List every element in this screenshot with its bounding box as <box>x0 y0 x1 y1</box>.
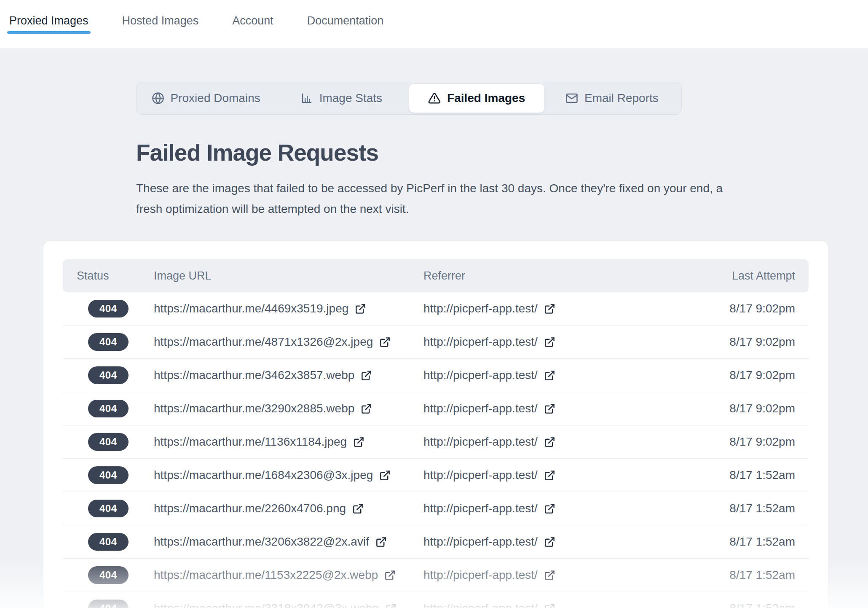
globe-icon <box>152 92 164 105</box>
referrer-url: http://picperf-app.test/ <box>423 468 538 482</box>
last-attempt: 8/17 9:02pm <box>678 402 809 415</box>
external-link-icon[interactable] <box>544 370 555 381</box>
tab-failed-images[interactable]: Failed Images <box>409 84 544 113</box>
nav-item-documentation[interactable]: Documentation <box>307 14 384 27</box>
image-url: https://macarthur.me/3290x2885.webp <box>154 402 354 415</box>
tab-label: Failed Images <box>447 91 525 105</box>
external-link-icon[interactable] <box>361 403 372 414</box>
nav-item-hosted-images[interactable]: Hosted Images <box>122 14 199 27</box>
tab-label: Image Stats <box>319 91 382 105</box>
status-badge: 404 <box>88 400 129 417</box>
referrer-url: http://picperf-app.test/ <box>423 402 538 415</box>
table-body: 404 https://macarthur.me/4469x3519.jpeg … <box>63 292 809 608</box>
status-badge: 404 <box>88 366 129 384</box>
last-attempt: 8/17 1:52am <box>678 568 809 582</box>
referrer-url: http://picperf-app.test/ <box>423 602 538 608</box>
failed-images-card: Status Image URL Referrer Last Attempt 4… <box>43 240 828 608</box>
external-link-icon[interactable] <box>544 603 555 608</box>
external-link-icon[interactable] <box>544 303 555 315</box>
external-link-icon[interactable] <box>353 436 364 448</box>
image-url: https://macarthur.me/4871x1326@2x.jpeg <box>154 335 373 349</box>
nav-item-account[interactable]: Account <box>232 14 273 27</box>
referrer-url: http://picperf-app.test/ <box>423 369 538 382</box>
image-url: https://macarthur.me/3318x3942@3x.webp <box>154 602 379 608</box>
image-url: https://macarthur.me/3462x3857.webp <box>154 369 354 382</box>
table-row: 404 https://macarthur.me/4871x1326@2x.jp… <box>63 326 809 359</box>
status-badge: 404 <box>88 300 129 317</box>
referrer-url: http://picperf-app.test/ <box>423 302 538 315</box>
tab-label: Email Reports <box>584 91 659 105</box>
external-link-icon[interactable] <box>544 503 555 514</box>
page-title: Failed Image Requests <box>136 139 868 166</box>
table-row: 404 https://macarthur.me/2260x4706.png h… <box>63 492 809 525</box>
status-badge: 404 <box>88 500 129 517</box>
external-link-icon[interactable] <box>361 370 372 381</box>
column-header-image-url: Image URL <box>154 269 423 282</box>
external-link-icon[interactable] <box>352 503 364 514</box>
nav-item-label: Account <box>232 14 273 27</box>
last-attempt: 8/17 9:02pm <box>678 335 809 349</box>
status-badge: 404 <box>88 600 129 608</box>
external-link-icon[interactable] <box>379 470 391 481</box>
nav-item-label: Hosted Images <box>122 14 199 27</box>
image-url: https://macarthur.me/3206x3822@2x.avif <box>154 535 369 549</box>
nav-item-proxied-images[interactable]: Proxied Images <box>9 14 88 34</box>
external-link-icon[interactable] <box>544 403 555 414</box>
external-link-icon[interactable] <box>355 303 366 315</box>
column-header-last-attempt: Last Attempt <box>678 269 809 282</box>
table-row: 404 https://macarthur.me/1136x1184.jpeg … <box>63 425 809 459</box>
external-link-icon[interactable] <box>375 536 387 548</box>
external-link-icon[interactable] <box>544 470 555 481</box>
status-badge: 404 <box>88 433 129 451</box>
nav-item-label: Documentation <box>307 14 384 27</box>
referrer-url: http://picperf-app.test/ <box>423 568 538 582</box>
active-nav-underline <box>7 31 91 34</box>
page-content: Proxied Domains Image Stats Failed Image… <box>0 48 868 608</box>
referrer-url: http://picperf-app.test/ <box>423 502 538 515</box>
tab-email-reports[interactable]: Email Reports <box>544 84 680 113</box>
table-row: 404 https://macarthur.me/4469x3519.jpeg … <box>63 292 809 326</box>
table-header: Status Image URL Referrer Last Attempt <box>63 259 809 292</box>
referrer-url: http://picperf-app.test/ <box>423 335 538 349</box>
top-nav: Proxied Images Hosted Images Account Doc… <box>0 0 868 48</box>
table-row: 404 https://macarthur.me/3318x3942@3x.we… <box>63 592 809 608</box>
external-link-icon[interactable] <box>544 436 555 448</box>
column-header-status: Status <box>63 269 154 282</box>
mail-icon <box>565 92 578 105</box>
column-header-referrer: Referrer <box>423 269 678 282</box>
status-badge: 404 <box>88 533 129 551</box>
external-link-icon[interactable] <box>544 570 555 581</box>
table-row: 404 https://macarthur.me/3206x3822@2x.av… <box>63 525 809 559</box>
external-link-icon[interactable] <box>379 336 391 348</box>
table-row: 404 https://macarthur.me/3290x2885.webp … <box>63 392 809 425</box>
page-description: These are the images that failed to be a… <box>136 178 726 219</box>
table-row: 404 https://macarthur.me/1684x2306@3x.jp… <box>63 459 809 492</box>
status-badge: 404 <box>88 466 129 484</box>
image-url: https://macarthur.me/1153x2225@2x.webp <box>154 568 378 582</box>
nav-item-label: Proxied Images <box>9 14 88 27</box>
image-url: https://macarthur.me/2260x4706.png <box>154 502 346 515</box>
image-url: https://macarthur.me/1684x2306@3x.jpeg <box>154 468 373 482</box>
last-attempt: 8/17 1:52am <box>678 602 809 608</box>
external-link-icon[interactable] <box>544 536 555 548</box>
last-attempt: 8/17 9:02pm <box>678 302 809 315</box>
tab-label: Proxied Domains <box>171 91 260 105</box>
image-url: https://macarthur.me/4469x3519.jpeg <box>154 302 348 315</box>
bar-chart-icon <box>300 92 313 105</box>
tab-proxied-domains[interactable]: Proxied Domains <box>138 84 273 113</box>
last-attempt: 8/17 1:52am <box>678 535 809 549</box>
image-url: https://macarthur.me/1136x1184.jpeg <box>154 435 347 449</box>
warning-triangle-icon <box>428 92 441 105</box>
external-link-icon[interactable] <box>385 603 396 608</box>
last-attempt: 8/17 1:52am <box>678 468 809 482</box>
tab-image-stats[interactable]: Image Stats <box>273 84 409 113</box>
view-tabs: Proxied Domains Image Stats Failed Image… <box>136 82 682 115</box>
external-link-icon[interactable] <box>384 570 396 581</box>
last-attempt: 8/17 9:02pm <box>678 369 809 382</box>
last-attempt: 8/17 9:02pm <box>678 435 809 449</box>
referrer-url: http://picperf-app.test/ <box>423 435 538 449</box>
external-link-icon[interactable] <box>544 336 555 348</box>
last-attempt: 8/17 1:52am <box>678 502 809 515</box>
table-row: 404 https://macarthur.me/1153x2225@2x.we… <box>63 559 809 592</box>
status-badge: 404 <box>88 566 129 584</box>
